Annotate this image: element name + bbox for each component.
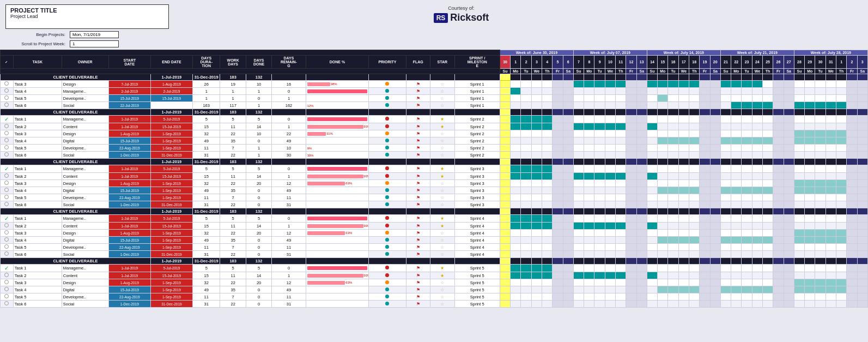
star-cell: ☆ bbox=[430, 81, 455, 88]
begin-projects-label: Begin Projects: bbox=[11, 32, 65, 37]
deliverable-row-sprint2: CLIENT DELIVERABLE 1-Jul-2019 31-Dec-201… bbox=[1, 109, 868, 116]
priority-dot bbox=[385, 131, 389, 135]
week-label-row: Week of: June 30, 2019 Week of: July 07,… bbox=[1, 50, 868, 56]
priority-dot bbox=[385, 146, 389, 149]
priority-dot bbox=[385, 103, 389, 107]
rs-badge: RS bbox=[434, 13, 448, 23]
task-row: Task 3Design 1-Aug-20191-Sep-2019 3222 2… bbox=[1, 180, 868, 187]
task-row: Task 2Content 1-Jul-201915-Jul-2019 1511… bbox=[1, 173, 868, 180]
check-empty[interactable] bbox=[4, 88, 9, 93]
task-row: Task 6Social 1-Dec-201931-Dec-2019 3122 … bbox=[1, 201, 868, 208]
priority-dot bbox=[385, 124, 389, 128]
week-3-header: Week of: July 14, 2019 bbox=[647, 50, 720, 56]
task-row: Task 6Social 1-Dec-201931-Dec-2019 3122 … bbox=[1, 301, 868, 308]
priority-dot bbox=[385, 82, 389, 86]
progress-bar: 100% bbox=[307, 89, 368, 93]
task-row: Task 5Developme.. 22-Aug-20191-Sep-2019 … bbox=[1, 194, 868, 201]
task-row: Task 4Digital 15-Jul-20191-Sep-2019 4935… bbox=[1, 187, 868, 194]
priority-dot bbox=[385, 153, 389, 157]
project-info-box: PROJECT TITLE Project Lead bbox=[5, 4, 169, 29]
day-label-row: SuMoTuWeThFrSa SuMoTuWeThFrSa SuMoTuWeTh… bbox=[1, 69, 868, 74]
priority-dot bbox=[385, 89, 389, 93]
ricksoft-name: Ricksoft bbox=[450, 12, 489, 23]
task-row: Task 4 Manageme.. 2-Jul-2019 2-Jul-2019 … bbox=[1, 88, 868, 95]
task-row: Task 5Developme.. 22-Aug-20191-Sep-2019 … bbox=[1, 244, 868, 251]
ricksoft-logo: RS Ricksoft bbox=[169, 12, 754, 23]
check-empty[interactable] bbox=[4, 103, 9, 107]
courtesy-text: Courtesy of: bbox=[169, 5, 754, 11]
deliverable-row-sprint5: CLIENT DELIVERABLE 1-Jul-201931-Dec-2019… bbox=[1, 258, 868, 265]
task-row: Task 5Developme.. 22-Aug-20191-Sep-2019 … bbox=[1, 293, 868, 301]
priority-dot bbox=[385, 117, 389, 121]
week-5-header: Week of: July 28, 2019 bbox=[794, 50, 867, 56]
check-empty[interactable] bbox=[4, 95, 9, 100]
task-row: Task 2Content 1-Jul-201915-Jul-2019 1511… bbox=[1, 223, 868, 230]
week-2-header: Week of: July 07, 2019 bbox=[573, 50, 647, 56]
flag-cell: ⚑ bbox=[406, 102, 430, 109]
deliverable-row-sprint1: CLIENT DELIVERABLE 1-Jul-2019 31-Dec-201… bbox=[1, 74, 868, 81]
scroll-label: Scroll to Project Week: bbox=[11, 41, 65, 46]
week-4-header: Week of: July 21, 2019 bbox=[720, 50, 794, 56]
priority-dot bbox=[385, 96, 389, 100]
task-row: Task 5 Developme.. 15-Jul-2019 15-Jul-20… bbox=[1, 95, 868, 102]
main-container: PROJECT TITLE Project Lead Begin Project… bbox=[0, 0, 868, 342]
task-row: ✓ Task 1Manageme.. 1-Jul-20195-Jul-2019 … bbox=[1, 215, 868, 223]
gantt-body: CLIENT DELIVERABLE 1-Jul-2019 31-Dec-201… bbox=[1, 74, 868, 308]
flag-cell: ⚑ bbox=[406, 88, 430, 95]
courtesy-section: Courtesy of: RS Ricksoft bbox=[169, 4, 754, 23]
begin-projects-value[interactable]: Mon, 7/1/2019 bbox=[70, 31, 119, 38]
task-row: Task 6 Social 1-Dec-2019 31-Dec-2019 31 … bbox=[1, 152, 868, 159]
task-row: Task 4Digital 15-Jul-20191-Sep-2019 4935… bbox=[1, 237, 868, 244]
top-header: PROJECT TITLE Project Lead Begin Project… bbox=[0, 0, 868, 50]
task-row: Task 3 Design 7-Jul-2019 1-Aug-2019 26 1… bbox=[1, 81, 868, 88]
flag-cell: ⚑ bbox=[406, 95, 430, 102]
star-cell: ☆ bbox=[430, 102, 455, 109]
task-row: ✓ Task 1 Manageme.. 1-Jul-2019 5-Jul-201… bbox=[1, 116, 868, 123]
project-lead: Project Lead bbox=[10, 14, 164, 19]
task-row: ✓ Task 1Manageme.. 1-Jul-20195-Jul-2019 … bbox=[1, 265, 868, 272]
task-row: ✓ Task 1Manageme.. 1-Jul-20195-Jul-2019 … bbox=[1, 165, 868, 173]
gantt-table: Week of: June 30, 2019 Week of: July 07,… bbox=[0, 50, 868, 308]
star-cell: ☆ bbox=[430, 88, 455, 95]
task-row: Task 4 Digital 15-Jul-2019 1-Sep-2019 49… bbox=[1, 137, 868, 145]
task-row: Task 3 Design 1-Aug-2019 1-Sep-2019 32 2… bbox=[1, 130, 868, 137]
day-number-row: ✓ TASK OWNER STARTDATE END DATE DAYSDURA… bbox=[1, 56, 868, 69]
deliverable-row-sprint3: CLIENT DELIVERABLE 1-Jul-201931-Dec-2019… bbox=[1, 159, 868, 165]
deliverable-row-sprint4: CLIENT DELIVERABLE 1-Jul-201931-Dec-2019… bbox=[1, 208, 868, 215]
task-row: Task 2Content 1-Jul-201915-Jul-2019 1511… bbox=[1, 272, 868, 279]
task-row: Task 3Design 1-Aug-20191-Sep-2019 3222 2… bbox=[1, 279, 868, 286]
priority-dot bbox=[385, 139, 389, 142]
task-row: Task 4Digital 15-Jul-20191-Sep-2019 4935… bbox=[1, 286, 868, 293]
gantt-header: Week of: June 30, 2019 Week of: July 07,… bbox=[1, 50, 868, 74]
star-cell: ☆ bbox=[430, 95, 455, 102]
flag-cell: ⚑ bbox=[406, 81, 430, 88]
task-row: Task 6 Social 22-Jul-2019 163 117 1 162 … bbox=[1, 102, 868, 109]
week-1-header: Week of: June 30, 2019 bbox=[500, 50, 573, 56]
gantt-area: Week of: June 30, 2019 Week of: July 07,… bbox=[0, 50, 868, 342]
progress-bar: 38% bbox=[307, 82, 368, 86]
check-empty[interactable] bbox=[4, 81, 9, 86]
project-title: PROJECT TITLE bbox=[10, 7, 164, 14]
task-row: Task 5 Developme.. 22-Aug-2019 1-Sep-201… bbox=[1, 145, 868, 152]
task-row: Task 2 Content 1-Jul-2019 15-Jul-2019 15… bbox=[1, 123, 868, 130]
task-row: Task 6Social 1-Dec-201931-Dec-2019 3122 … bbox=[1, 251, 868, 258]
task-row: Task 3Design 1-Aug-20191-Sep-2019 3222 2… bbox=[1, 230, 868, 237]
scroll-value[interactable]: 1 bbox=[70, 40, 119, 47]
